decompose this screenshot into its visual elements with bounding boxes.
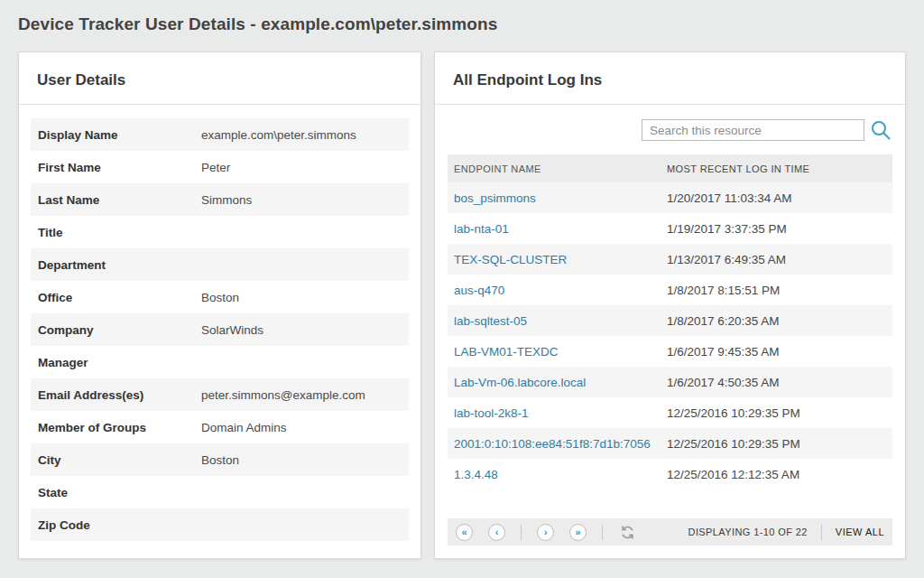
next-page-button[interactable]: › (537, 524, 554, 541)
detail-label: Company (38, 323, 201, 337)
detail-row-last-name: Last Name Simmons (31, 183, 409, 216)
login-time: 12/25/2016 12:12:35 AM (661, 468, 892, 481)
pagination-bar: « ‹ › » DISPLAYING 1-10 OF 22 VIEW ALL (448, 518, 892, 545)
detail-label: Title (38, 226, 201, 239)
detail-label: Last Name (38, 193, 201, 207)
detail-value: example.com\peter.simmons (201, 128, 356, 142)
search-input[interactable] (642, 119, 864, 141)
login-time: 1/6/2017 4:50:35 AM (661, 376, 892, 389)
refresh-icon[interactable] (618, 523, 636, 541)
search-row (448, 119, 892, 141)
login-time: 1/8/2017 6:20:35 AM (661, 314, 892, 328)
endpoint-link[interactable]: LAB-VM01-TEXDC (454, 345, 559, 359)
detail-label: Display Name (38, 128, 201, 142)
login-time: 12/25/2016 10:29:35 PM (661, 437, 892, 451)
table-row: lab-tool-2k8-1 12/25/2016 10:29:35 PM (448, 397, 892, 428)
login-time: 1/20/2017 11:03:34 AM (661, 191, 892, 205)
detail-label: Email Address(es) (38, 388, 201, 402)
table-row: 1.3.4.48 12/25/2016 12:12:35 AM (448, 459, 892, 489)
detail-label: City (38, 453, 201, 467)
column-header-endpoint-name: ENDPOINT NAME (448, 163, 661, 174)
user-details-list: Display Name example.com\peter.simmons F… (31, 118, 409, 541)
detail-value: Simmons (201, 193, 252, 207)
page-title: Device Tracker User Details - example.co… (18, 14, 497, 34)
detail-row-manager: Manager (31, 346, 409, 378)
detail-row-display-name: Display Name example.com\peter.simmons (31, 118, 409, 151)
detail-value: Peter (201, 161, 230, 174)
detail-row-office: Office Boston (31, 281, 409, 313)
endpoint-link[interactable]: 1.3.4.48 (454, 468, 498, 481)
detail-value: peter.simmons@example.com (201, 388, 365, 402)
search-icon[interactable] (869, 118, 892, 142)
table-row: bos_psimmons 1/20/2017 11:03:34 AM (448, 182, 892, 213)
endpoint-link[interactable]: 2001:0:10:108:ee84:51f8:7d1b:7056 (454, 437, 651, 451)
table-row: Lab-Vm-06.labcore.local 1/6/2017 4:50:35… (448, 367, 892, 397)
detail-label: Member of Groups (38, 421, 201, 434)
login-time: 12/25/2016 10:29:35 PM (661, 406, 892, 420)
detail-row-first-name: First Name Peter (31, 151, 409, 183)
detail-value: Boston (201, 453, 239, 467)
detail-row-department: Department (31, 248, 409, 281)
detail-label: Manager (38, 356, 201, 369)
detail-label: Department (38, 258, 201, 272)
column-header-recent-login-time: MOST RECENT LOG IN TIME (661, 163, 892, 174)
detail-label: Office (38, 291, 201, 304)
endpoint-link[interactable]: bos_psimmons (454, 191, 536, 205)
user-details-heading: User Details (19, 52, 420, 105)
first-page-button[interactable]: « (456, 524, 473, 541)
endpoint-link[interactable]: Lab-Vm-06.labcore.local (454, 376, 586, 389)
detail-row-company: Company SolarWinds (31, 313, 409, 346)
endpoint-link[interactable]: TEX-SQL-CLUSTER (454, 253, 567, 266)
table-row: lab-sqltest-05 1/8/2017 6:20:35 AM (448, 305, 892, 336)
login-time: 1/13/2017 6:49:35 AM (661, 253, 892, 266)
table-row: lab-nta-01 1/19/2017 3:37:35 PM (448, 213, 892, 244)
displaying-status: DISPLAYING 1-10 OF 22 (688, 527, 808, 537)
endpoint-logins-table: ENDPOINT NAME MOST RECENT LOG IN TIME bo… (448, 154, 892, 489)
detail-row-state: State (31, 476, 409, 508)
login-time: 1/19/2017 3:37:35 PM (661, 222, 892, 236)
view-all-button[interactable]: VIEW ALL (836, 527, 884, 537)
table-row: 2001:0:10:108:ee84:51f8:7d1b:7056 12/25/… (448, 428, 892, 459)
endpoint-link[interactable]: aus-q470 (454, 284, 504, 297)
detail-row-zip-code: Zip Code (31, 508, 409, 541)
detail-row-title: Title (31, 216, 409, 248)
endpoint-logins-panel: All Endpoint Log Ins ENDPOINT NAME MOST … (434, 51, 906, 559)
detail-row-city: City Boston (31, 443, 409, 476)
login-time: 1/6/2017 9:45:35 AM (661, 345, 892, 359)
previous-page-button[interactable]: ‹ (488, 524, 505, 541)
pager-divider (521, 525, 522, 540)
detail-label: First Name (38, 161, 201, 174)
login-time: 1/8/2017 8:15:51 PM (661, 284, 892, 297)
last-page-button[interactable]: » (569, 524, 587, 541)
endpoint-logins-heading: All Endpoint Log Ins (435, 52, 905, 105)
endpoint-link[interactable]: lab-tool-2k8-1 (454, 406, 529, 420)
table-header-row: ENDPOINT NAME MOST RECENT LOG IN TIME (448, 154, 892, 182)
detail-value: SolarWinds (201, 323, 263, 337)
endpoint-link[interactable]: lab-nta-01 (454, 222, 509, 236)
table-row: TEX-SQL-CLUSTER 1/13/2017 6:49:35 AM (448, 244, 892, 275)
user-details-panel: User Details Display Name example.com\pe… (18, 51, 421, 559)
detail-label: Zip Code (38, 518, 201, 532)
detail-row-email: Email Address(es) peter.simmons@example.… (31, 378, 409, 411)
detail-label: State (38, 486, 201, 499)
table-row: LAB-VM01-TEXDC 1/6/2017 9:45:35 AM (448, 336, 892, 367)
detail-value: Boston (201, 291, 239, 304)
detail-row-member-of-groups: Member of Groups Domain Admins (31, 411, 409, 443)
table-row: aus-q470 1/8/2017 8:15:51 PM (448, 275, 892, 305)
pager-divider (602, 525, 603, 540)
endpoint-link[interactable]: lab-sqltest-05 (454, 314, 527, 328)
pager-divider (821, 525, 822, 540)
detail-value: Domain Admins (201, 421, 287, 434)
